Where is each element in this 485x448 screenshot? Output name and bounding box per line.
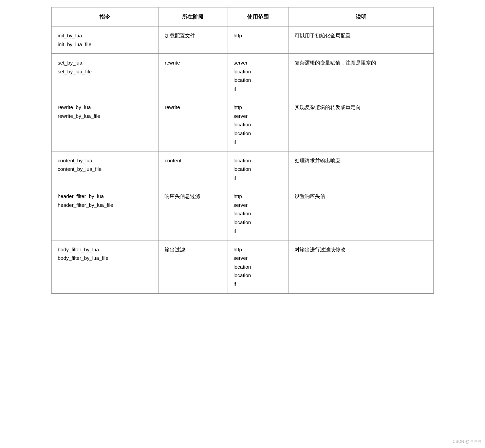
cell-cmd: body_filter_by_lua body_filter_by_lua_fi… (52, 240, 158, 293)
cell-phase: content (158, 151, 227, 187)
cell-phase: rewrite (158, 98, 227, 151)
cell-phase: 输出过滤 (158, 240, 227, 293)
cell-scope: http (227, 26, 288, 54)
cell-desc: 对输出进行过滤或修改 (288, 240, 434, 293)
cell-scope: http server location location if (227, 240, 288, 293)
cell-desc: 处理请求并输出响应 (288, 151, 434, 187)
cell-scope: server location location if (227, 54, 288, 98)
header-scope: 使用范围 (227, 7, 288, 26)
table-row: content_by_lua content_by_lua_fileconten… (52, 151, 434, 187)
cell-cmd: init_by_lua init_by_lua_file (52, 26, 158, 54)
table-row: set_by_lua set_by_lua_filerewriteserver … (52, 54, 434, 98)
table-row: header_filter_by_lua header_filter_by_lu… (52, 187, 434, 240)
cell-phase: 响应头信息过滤 (158, 187, 227, 240)
cell-cmd: header_filter_by_lua header_filter_by_lu… (52, 187, 158, 240)
cell-scope: http server location location if (227, 98, 288, 151)
table-row: init_by_lua init_by_lua_file加载配置文件http可以… (52, 26, 434, 54)
table-row: body_filter_by_lua body_filter_by_lua_fi… (52, 240, 434, 293)
table-body: init_by_lua init_by_lua_file加载配置文件http可以… (52, 26, 434, 293)
header-phase: 所在阶段 (158, 7, 227, 26)
table-header-row: 指令 所在阶段 使用范围 说明 (52, 7, 434, 26)
table-row: rewrite_by_lua rewrite_by_lua_filerewrit… (52, 98, 434, 151)
cell-scope: location location if (227, 151, 288, 187)
cell-desc: 设置响应头信 (288, 187, 434, 240)
cell-cmd: set_by_lua set_by_lua_file (52, 54, 158, 98)
header-desc: 说明 (288, 7, 434, 26)
cell-desc: 可以用于初始化全局配置 (288, 26, 434, 54)
cell-desc: 实现复杂逻辑的转发或重定向 (288, 98, 434, 151)
cell-cmd: content_by_lua content_by_lua_file (52, 151, 158, 187)
cell-phase: rewrite (158, 54, 227, 98)
cell-phase: 加载配置文件 (158, 26, 227, 54)
cell-cmd: rewrite_by_lua rewrite_by_lua_file (52, 98, 158, 151)
cell-desc: 复杂逻辑的变量赋值，注意是阻塞的 (288, 54, 434, 98)
cell-scope: http server location location if (227, 187, 288, 240)
lua-directives-table: 指令 所在阶段 使用范围 说明 init_by_lua init_by_lua_… (51, 7, 434, 293)
main-table-container: 指令 所在阶段 使用范围 说明 init_by_lua init_by_lua_… (51, 7, 434, 294)
header-cmd: 指令 (52, 7, 158, 26)
